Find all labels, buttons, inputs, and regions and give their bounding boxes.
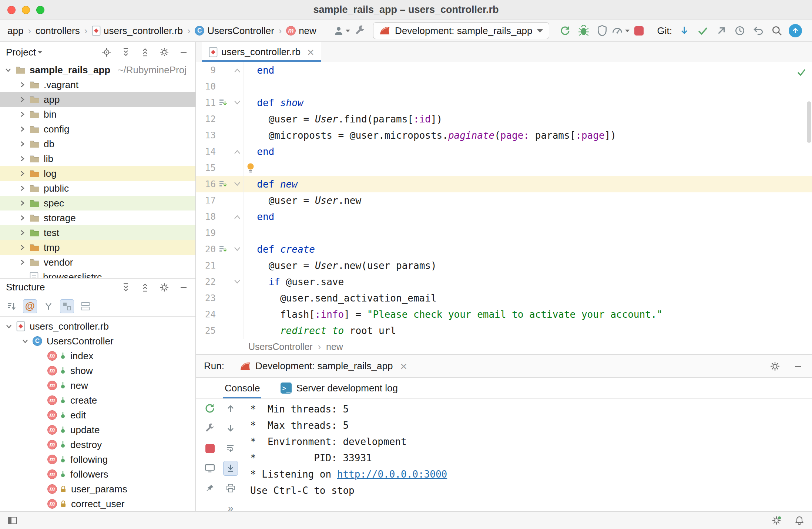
project-item-tmp[interactable]: tmp <box>0 240 195 255</box>
structure-panel-title[interactable]: Structure <box>6 282 45 293</box>
notifications-button[interactable] <box>793 515 805 526</box>
window-minimize-button[interactable] <box>22 6 30 14</box>
breadcrumb-item-new[interactable]: mnew <box>286 25 316 37</box>
chevron-right-icon[interactable] <box>18 80 27 89</box>
run-tab-console[interactable]: Console <box>223 378 261 398</box>
project-item-log[interactable]: log <box>0 166 195 181</box>
chevron-right-icon[interactable] <box>18 228 27 237</box>
run-settings-button[interactable] <box>769 360 781 372</box>
code-line-21[interactable]: 21 @user = User.new(user_params) <box>196 257 812 274</box>
structure-file-item[interactable]: users_controller.rb <box>0 319 195 334</box>
coverage-button[interactable] <box>593 22 611 40</box>
console-output[interactable]: * Min threads: 5* Max threads: 5* Enviro… <box>244 400 812 511</box>
git-commit-button[interactable] <box>694 22 712 40</box>
window-close-button[interactable] <box>7 6 16 14</box>
show-fields-button[interactable]: @ <box>23 299 37 313</box>
pin-tab-button[interactable] <box>202 481 217 496</box>
chevron-right-icon[interactable] <box>18 125 27 134</box>
git-update-button[interactable] <box>675 22 694 40</box>
structure-method-show[interactable]: mshow <box>0 363 195 378</box>
hide-project-panel-button[interactable] <box>178 46 189 58</box>
chevron-right-icon[interactable] <box>18 199 27 208</box>
window-zoom-button[interactable] <box>36 6 44 14</box>
up-stack-trace-button[interactable] <box>223 401 238 416</box>
code-line-22[interactable]: 22 if @user.save <box>196 274 812 290</box>
project-item-config[interactable]: config <box>0 122 195 137</box>
code-line-10[interactable]: 10 <box>196 78 812 95</box>
rerun-server-button[interactable] <box>202 401 217 416</box>
git-push-button[interactable] <box>712 22 731 40</box>
editor-scrollbar[interactable] <box>807 101 811 143</box>
project-item-public[interactable]: public <box>0 181 195 196</box>
code-line-25[interactable]: 25 redirect_to root_url <box>196 323 812 339</box>
project-item-spec[interactable]: spec <box>0 196 195 210</box>
server-url-link[interactable]: http://0.0.0.0:3000 <box>337 469 447 480</box>
fold-marker-icon[interactable] <box>233 214 241 220</box>
code-line-19[interactable]: 19 <box>196 225 812 241</box>
code-line-24[interactable]: 24 flash[:info] = "Please check your ema… <box>196 306 812 323</box>
down-stack-trace-button[interactable] <box>223 421 238 436</box>
project-item-bin[interactable]: bin <box>0 107 195 122</box>
debug-button[interactable] <box>574 22 593 40</box>
fold-marker-icon[interactable] <box>233 100 241 106</box>
print-button[interactable] <box>223 481 238 496</box>
structure-class-item[interactable]: CUsersController <box>0 334 195 348</box>
expand-all-button[interactable] <box>120 46 132 58</box>
code-line-18[interactable]: 18 end <box>196 209 812 225</box>
project-item-app[interactable]: app <box>0 92 195 107</box>
code-line-17[interactable]: 17 @user = User.new <box>196 192 812 209</box>
chevron-right-icon[interactable] <box>18 213 27 222</box>
collapse-all-button[interactable] <box>139 46 151 58</box>
project-item-browserslistrc[interactable]: browserslistrc <box>0 270 195 278</box>
project-panel-title[interactable]: Project <box>6 47 36 58</box>
toolwindow-toggle-button[interactable] <box>7 515 19 526</box>
fold-marker-icon[interactable] <box>233 279 241 285</box>
hide-structure-panel-button[interactable] <box>178 282 189 293</box>
breadcrumb-item-controllers[interactable]: controllers <box>36 25 80 37</box>
search-everywhere-button[interactable] <box>768 22 786 40</box>
fold-marker-icon[interactable] <box>233 181 241 187</box>
code-line-16[interactable]: 16 def new <box>196 176 812 192</box>
profiler-button[interactable] <box>611 22 630 40</box>
chevron-right-icon[interactable] <box>18 139 27 148</box>
structure-collapse-all-button[interactable] <box>139 282 151 293</box>
code-line-20[interactable]: 20 def create <box>196 241 812 257</box>
fold-marker-icon[interactable] <box>233 149 241 155</box>
project-item-storage[interactable]: storage <box>0 210 195 225</box>
external-tools-button[interactable] <box>351 22 369 40</box>
code-line-15[interactable]: 15 <box>196 160 812 176</box>
group-by-defining-type-button[interactable] <box>78 299 93 313</box>
project-item-test[interactable]: test <box>0 225 195 240</box>
rails-action-icon[interactable] <box>219 98 228 107</box>
show-inherited-button[interactable] <box>41 299 56 313</box>
structure-method-create[interactable]: mcreate <box>0 393 195 408</box>
hide-run-panel-button[interactable] <box>792 360 804 372</box>
code-line-11[interactable]: 11 def show <box>196 95 812 111</box>
structure-settings-button[interactable] <box>158 282 170 293</box>
breadcrumb-item-app[interactable]: app <box>7 25 23 37</box>
git-history-button[interactable] <box>731 22 749 40</box>
project-item-lib[interactable]: lib <box>0 151 195 166</box>
breadcrumb-item-users_controller.rb[interactable]: users_controller.rb <box>92 25 183 37</box>
stop-button[interactable] <box>630 22 648 40</box>
project-settings-button[interactable] <box>158 46 170 58</box>
code-line-9[interactable]: 9 end <box>196 62 812 78</box>
chevron-right-icon[interactable] <box>18 169 27 178</box>
edit-configuration-button[interactable] <box>202 421 217 436</box>
scroll-to-end-button[interactable] <box>223 461 238 476</box>
user-profile-button[interactable] <box>332 22 351 40</box>
code-line-14[interactable]: 14 end <box>196 144 812 160</box>
run-configuration-tab[interactable]: Development: sample_rails_app × <box>240 360 407 372</box>
rails-action-icon[interactable] <box>219 180 228 189</box>
chevron-right-icon[interactable] <box>18 110 27 119</box>
chevron-right-icon[interactable] <box>18 243 27 252</box>
code-line-12[interactable]: 12 @user = User.find(params[:id]) <box>196 111 812 127</box>
chevron-down-icon[interactable] <box>4 322 13 331</box>
chevron-right-icon[interactable] <box>18 184 27 193</box>
breadcrumb-item-UsersController[interactable]: CUsersController <box>195 25 274 37</box>
structure-method-update[interactable]: mupdate <box>0 422 195 437</box>
code-line-13[interactable]: 13 @microposts = @user.microposts.pagina… <box>196 127 812 144</box>
editor-tab[interactable]: users_controller.rb × <box>202 42 321 62</box>
code-editor[interactable]: 9 end1011 def show12 @user = User.find(p… <box>196 62 812 339</box>
structure-method-destroy[interactable]: mdestroy <box>0 437 195 452</box>
